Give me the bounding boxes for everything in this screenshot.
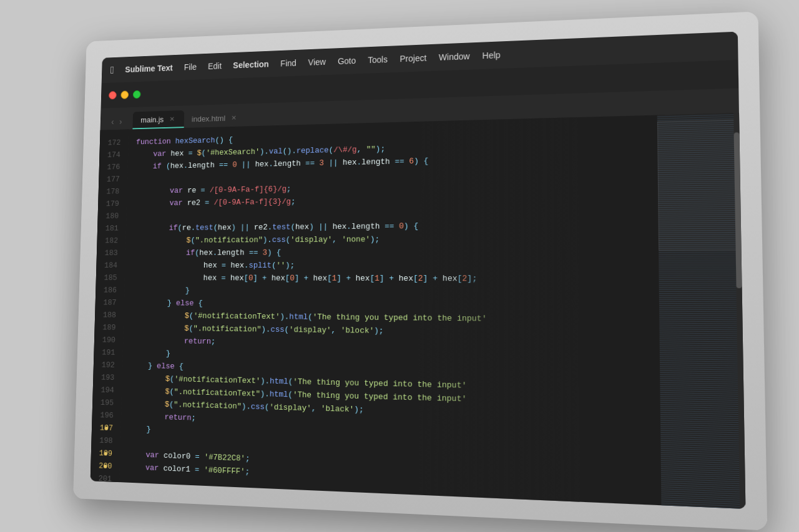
line-num-176: 176 xyxy=(107,161,120,173)
tab-main-js-label: main.js xyxy=(140,114,164,123)
line-num-195: 195 xyxy=(100,396,114,409)
line-num-190: 190 xyxy=(102,334,115,346)
line-num-200: 200 xyxy=(99,459,112,472)
line-num-202: 202 xyxy=(98,485,112,498)
menu-tools[interactable]: Tools xyxy=(368,54,388,65)
maximize-button[interactable] xyxy=(133,90,141,98)
line-num-177: 177 xyxy=(107,173,120,185)
line-num-181: 181 xyxy=(105,222,119,235)
nav-arrows: ‹ › xyxy=(111,117,122,126)
minimap[interactable] xyxy=(657,112,746,508)
line-num-183: 183 xyxy=(105,246,118,259)
code-editor: 172 174 176 177 178 179 180 181 182 183 … xyxy=(91,112,746,508)
line-num-188: 188 xyxy=(103,309,116,321)
laptop-frame:  Sublime Text File Edit Selection Find … xyxy=(73,11,767,530)
line-num-187: 187 xyxy=(103,296,116,309)
line-num-185: 185 xyxy=(104,271,117,284)
sublime-window: ‹ › main.js ✕ index.html ✕ 172 174 xyxy=(91,59,746,508)
line-num-178: 178 xyxy=(106,185,119,198)
close-button[interactable] xyxy=(109,91,117,99)
menu-file[interactable]: File xyxy=(184,62,197,72)
menu-help[interactable]: Help xyxy=(483,50,501,60)
line-num-182: 182 xyxy=(105,235,118,247)
line-num-194: 194 xyxy=(100,384,114,397)
menu-view[interactable]: View xyxy=(308,57,326,67)
line-num-196: 196 xyxy=(100,409,113,422)
line-num-193: 193 xyxy=(101,371,114,384)
line-num-189: 189 xyxy=(102,321,115,334)
code-line-185: hex = hex[0] + hex[0] + hex[1] + hex[1] … xyxy=(132,271,659,286)
forward-arrow[interactable]: › xyxy=(119,117,122,126)
screen-bezel:  Sublime Text File Edit Selection Find … xyxy=(91,31,746,508)
code-line-183: if(hex.length == 3) { xyxy=(133,244,659,259)
line-num-186: 186 xyxy=(104,284,117,296)
back-arrow[interactable]: ‹ xyxy=(111,117,114,126)
menu-project[interactable]: Project xyxy=(400,52,426,63)
line-num-172: 172 xyxy=(107,136,120,148)
tab-index-html[interactable]: index.html ✕ xyxy=(184,108,246,127)
line-num-198: 198 xyxy=(99,434,113,447)
line-num-179: 179 xyxy=(106,197,119,210)
line-num-184: 184 xyxy=(104,259,117,271)
code-content[interactable]: function hexSearch() { var hex = $('#hex… xyxy=(119,115,661,505)
line-num-197: 197 xyxy=(100,421,114,434)
menu-selection[interactable]: Selection xyxy=(233,59,269,69)
minimap-viewport xyxy=(657,119,742,251)
line-num-199: 199 xyxy=(99,447,113,460)
menu-window[interactable]: Window xyxy=(439,51,470,62)
line-num-174: 174 xyxy=(107,148,120,161)
line-num-201: 201 xyxy=(99,472,112,485)
menu-edit[interactable]: Edit xyxy=(208,61,222,71)
apple-menu[interactable]:  xyxy=(110,64,114,76)
tab-index-html-close[interactable]: ✕ xyxy=(230,113,238,122)
line-num-180: 180 xyxy=(105,210,119,222)
minimize-button[interactable] xyxy=(120,90,129,99)
menu-find[interactable]: Find xyxy=(280,58,297,68)
tab-main-js-close[interactable]: ✕ xyxy=(168,114,176,122)
line-num-203: 203 xyxy=(97,497,111,508)
minimap-content xyxy=(657,112,746,508)
line-num-191: 191 xyxy=(102,346,115,359)
menu-goto[interactable]: Goto xyxy=(338,56,356,65)
line-num-192: 192 xyxy=(102,359,115,372)
tab-main-js[interactable]: main.js ✕ xyxy=(133,110,184,128)
code-line-184: hex = hex.split(''); xyxy=(133,258,659,272)
app-name[interactable]: Sublime Text xyxy=(125,63,173,74)
tab-index-html-label: index.html xyxy=(192,113,225,123)
